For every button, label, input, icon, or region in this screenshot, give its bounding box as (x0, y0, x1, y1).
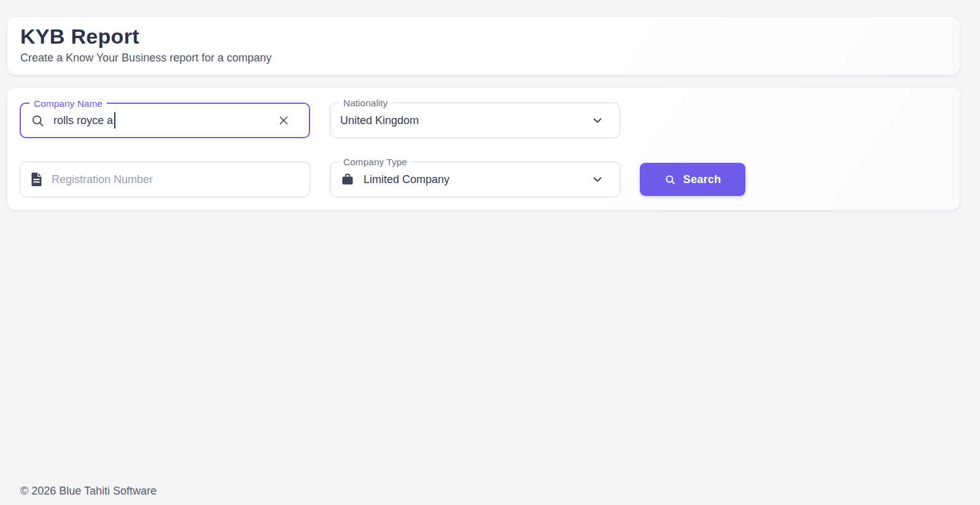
chevron-down-icon[interactable] (591, 114, 604, 127)
header-card: KYB Report Create a Know Your Business r… (7, 17, 960, 75)
page-subtitle: Create a Know Your Business report for a… (20, 51, 945, 65)
search-icon (31, 114, 45, 128)
company-type-select[interactable]: Company Type Limited Company (330, 162, 620, 197)
company-type-value: Limited Company (364, 173, 449, 186)
registration-number-input[interactable]: Registration Number (52, 173, 153, 186)
search-icon (664, 174, 676, 186)
form-row-1: Company Name rolls royce a (20, 103, 947, 138)
company-name-field[interactable]: Company Name rolls royce a (20, 103, 310, 138)
registration-number-field[interactable]: Registration Number (20, 162, 310, 197)
search-button-label: Search (683, 173, 721, 186)
company-name-input[interactable]: rolls royce a (53, 114, 113, 127)
page-content: KYB Report Create a Know Your Business r… (0, 0, 980, 210)
form-row-2: Registration Number Company Type Limited… (20, 162, 947, 197)
search-button[interactable]: Search (640, 163, 745, 196)
nationality-value: United Kingdom (340, 114, 419, 127)
clear-icon[interactable] (274, 111, 293, 130)
footer-copyright: © 2026 Blue Tahiti Software (20, 485, 157, 498)
briefcase-icon (340, 172, 355, 187)
nationality-label: Nationality (339, 97, 392, 109)
kyb-search-form-card: Company Name rolls royce a (7, 88, 960, 210)
page-title: KYB Report (20, 25, 945, 47)
nationality-select[interactable]: Nationality United Kingdom (330, 103, 620, 138)
chevron-down-icon[interactable] (591, 173, 604, 186)
company-type-label: Company Type (339, 156, 411, 168)
company-name-label: Company Name (29, 98, 107, 109)
document-icon (30, 172, 43, 187)
text-caret (114, 112, 115, 128)
